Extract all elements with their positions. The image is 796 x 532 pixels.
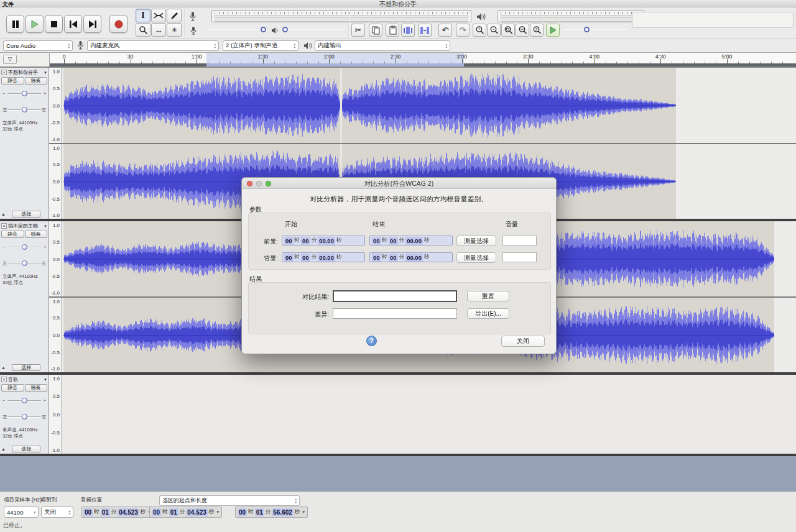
recording-device-select[interactable]: 内建麦克风 ▴▾: [87, 40, 219, 51]
playback-volume-slider[interactable]: [281, 26, 345, 34]
redo-button[interactable]: ↷: [456, 24, 470, 37]
gain-knob[interactable]: [22, 244, 27, 250]
foreground-end-field[interactable]: 00时00分00.00秒: [369, 236, 453, 245]
measure-selection-button[interactable]: 测量选择: [456, 236, 496, 246]
playback-device-select[interactable]: 内建输出 ▴▾: [315, 40, 450, 51]
pan-slider[interactable]: 左 右: [1, 260, 47, 267]
solo-button[interactable]: 独奏: [25, 384, 48, 392]
time-digit-group[interactable]: 00: [238, 508, 247, 516]
gain-slider[interactable]: − +: [1, 244, 47, 251]
selection-start-field[interactable]: 00时01分04.523秒▼: [149, 507, 222, 518]
foreground-start-field[interactable]: 00时00分00.00秒: [282, 236, 365, 245]
zoom-selection-button[interactable]: [501, 24, 515, 37]
time-digit-group[interactable]: 00.00: [405, 254, 423, 262]
time-digit-group[interactable]: 56.602: [272, 508, 294, 516]
time-digit-group[interactable]: 00: [284, 254, 294, 262]
audio-position-field[interactable]: 00时01分04.523秒▼: [81, 507, 154, 518]
vertical-scale[interactable]: 1.00.50.0-0.5-1.0: [49, 221, 62, 296]
mute-button[interactable]: 静音: [1, 231, 24, 238]
mute-button[interactable]: 静音: [1, 77, 24, 85]
background-start-field[interactable]: 00时00分00.00秒: [282, 252, 365, 262]
track-menu-dropdown-icon[interactable]: ▼: [44, 71, 47, 75]
play-at-speed-button[interactable]: [546, 24, 560, 37]
close-track-icon[interactable]: ×: [1, 377, 7, 382]
copy-button[interactable]: [369, 24, 382, 37]
time-digit-group[interactable]: 01: [101, 508, 110, 516]
track-name[interactable]: 音轨: [8, 376, 42, 383]
recording-meter[interactable]: [211, 10, 471, 22]
pan-knob[interactable]: [22, 414, 27, 420]
background-end-field[interactable]: 00时00分00.00秒: [369, 252, 453, 262]
time-digit-group[interactable]: 00.00: [405, 237, 423, 245]
selection-tool-button[interactable]: I: [136, 9, 150, 22]
reset-button[interactable]: 重置: [467, 291, 509, 301]
multi-tool-button[interactable]: ✳: [167, 23, 182, 37]
gain-knob[interactable]: [22, 91, 27, 96]
envelope-tool-button[interactable]: [151, 9, 166, 22]
close-track-icon[interactable]: ×: [1, 70, 7, 75]
pan-slider[interactable]: 左 右: [1, 413, 47, 421]
background-volume-field[interactable]: [502, 252, 537, 262]
time-digit-group[interactable]: 00.00: [318, 237, 335, 245]
time-digit-group[interactable]: 00: [389, 237, 398, 245]
time-shift-tool-button[interactable]: ↔: [151, 23, 166, 37]
snap-to-select[interactable]: 关闭 ▴▾: [41, 507, 73, 518]
playback-meter[interactable]: [497, 10, 644, 22]
close-dialog-button[interactable]: 关闭: [501, 336, 545, 347]
vertical-scale[interactable]: 1.00.50.0-0.5-1.0: [49, 144, 62, 219]
pan-knob[interactable]: [22, 107, 27, 112]
zoom-in-button[interactable]: +: [473, 24, 486, 37]
play-speed-knob[interactable]: [584, 27, 590, 32]
vertical-scale[interactable]: 1.00.50.0-0.5-1.0: [49, 298, 62, 372]
paste-button[interactable]: [386, 24, 399, 37]
fit-project-button[interactable]: [516, 24, 529, 37]
timeline-options-button[interactable]: ▽: [3, 55, 17, 64]
time-digit-group[interactable]: 00: [372, 237, 381, 245]
track-menu-dropdown-icon[interactable]: ▼: [44, 224, 47, 228]
track-name[interactable]: 搞不定的主唱: [8, 222, 42, 229]
solo-button[interactable]: 独奏: [25, 231, 48, 238]
zoom-out-button[interactable]: -: [487, 24, 501, 37]
waveform-track1-left[interactable]: [62, 68, 796, 143]
zoom-toggle-button[interactable]: Z: [530, 24, 544, 37]
playback-volume-knob[interactable]: [282, 27, 288, 32]
track-select-button[interactable]: 选择: [12, 211, 40, 218]
track-menu-dropdown-icon[interactable]: ▼: [44, 378, 47, 382]
cut-button[interactable]: ✂: [351, 24, 365, 37]
collapse-track-icon[interactable]: ▲: [1, 447, 6, 451]
recording-volume-slider[interactable]: [207, 26, 267, 34]
draw-tool-button[interactable]: [167, 9, 182, 22]
skip-to-start-button[interactable]: [64, 15, 82, 33]
time-field-dropdown-arrow-icon[interactable]: ▼: [302, 510, 305, 514]
zoom-tool-button[interactable]: [136, 23, 150, 37]
undo-button[interactable]: ↶: [438, 24, 452, 37]
time-digit-group[interactable]: 00: [284, 237, 294, 245]
foreground-volume-field[interactable]: [502, 236, 537, 245]
contrast-result-field[interactable]: [333, 290, 457, 302]
silence-audio-button[interactable]: [418, 24, 432, 37]
trim-audio-button[interactable]: [401, 24, 415, 37]
gain-slider[interactable]: − +: [1, 397, 47, 405]
time-digit-group[interactable]: 00: [372, 254, 381, 262]
time-digit-group[interactable]: 04.523: [186, 508, 208, 516]
time-digit-group[interactable]: 00: [301, 237, 310, 245]
mute-button[interactable]: 静音: [1, 384, 24, 392]
track-name[interactable]: 不想和你分手: [8, 69, 42, 76]
pause-button[interactable]: [6, 15, 24, 33]
collapse-track-icon[interactable]: ▲: [1, 365, 6, 370]
pan-knob[interactable]: [22, 260, 27, 266]
close-track-icon[interactable]: ×: [1, 223, 7, 229]
vertical-scale[interactable]: 1.00.50.0-0.5-1.0: [49, 68, 62, 143]
measure-selection-button[interactable]: 测量选择: [456, 252, 496, 263]
vertical-scale[interactable]: 1.00.50.0-0.5-1.0: [49, 375, 62, 454]
stop-button[interactable]: [45, 15, 63, 33]
time-digit-group[interactable]: 04.523: [118, 508, 139, 516]
recording-channels-select[interactable]: 2 (立体声) 录制声道 ▴▾: [223, 40, 298, 51]
audio-host-select[interactable]: Core Audio ▴▾: [3, 40, 73, 51]
record-button[interactable]: [109, 15, 127, 33]
solo-button[interactable]: 独奏: [25, 77, 48, 85]
time-digit-group[interactable]: 00: [301, 254, 310, 262]
selection-length-field[interactable]: 00时01分56.602秒▼: [235, 507, 308, 518]
project-rate-select[interactable]: 44100 ▾: [4, 507, 39, 518]
track-select-button[interactable]: 选择: [12, 364, 40, 371]
